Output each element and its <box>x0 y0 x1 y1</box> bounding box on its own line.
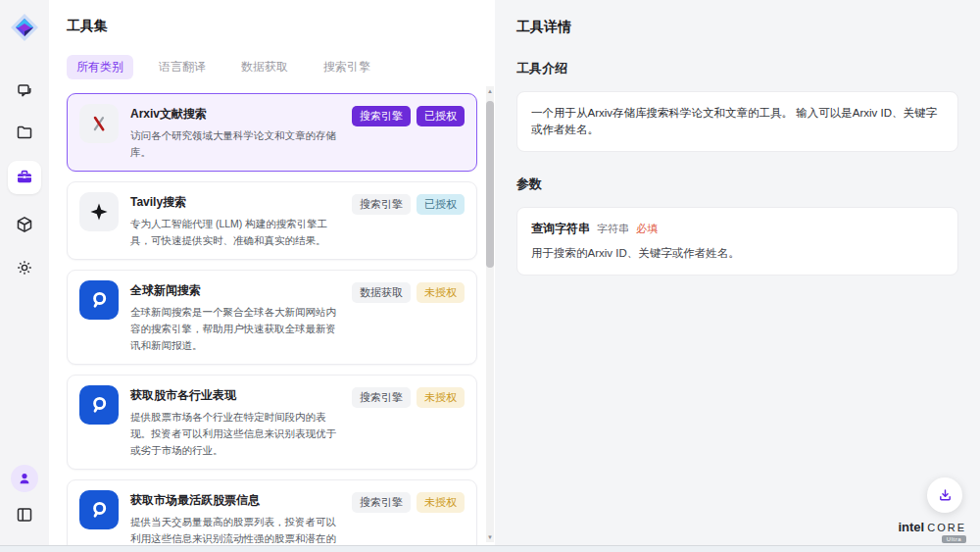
download-icon <box>937 487 954 504</box>
category-tab[interactable]: 所有类别 <box>67 55 133 79</box>
tool-description: 全球新闻搜索是一个聚合全球各大新闻网站内容的搜索引擎，帮助用户快速获取全球最新资… <box>130 304 340 354</box>
tool-name: 全球新闻搜索 <box>130 282 340 299</box>
category-tabs: 所有类别语言翻译数据获取搜索引擎 <box>67 55 495 79</box>
tool-description: 访问各个研究领域大量科学论文和文章的存储库。 <box>130 127 340 161</box>
tool-detail-panel: 工具详情 工具介绍 一个用于从Arxiv存储库搜索科学论文和文章的工具。 输入可… <box>495 0 980 545</box>
cube-icon[interactable] <box>14 214 35 235</box>
tool-card-body: Tavily搜索 专为人工智能代理 (LLM) 构建的搜索引擎工具，可快速提供实… <box>130 192 340 249</box>
tool-card-body: Arxiv文献搜索 访问各个研究领域大量科学论文和文章的存储库。 <box>130 104 340 161</box>
param-name: 查询字符串 <box>531 221 590 237</box>
intro-text: 一个用于从Arxiv存储库搜索科学论文和文章的工具。 输入可以是Arxiv ID… <box>531 107 937 135</box>
category-tab[interactable]: 数据获取 <box>231 55 298 79</box>
settings-icon[interactable] <box>14 257 35 278</box>
tool-category-badge: 数据获取 <box>352 282 411 303</box>
tool-auth-badge: 未授权 <box>416 492 465 513</box>
layout-panel-icon[interactable] <box>14 504 35 526</box>
tool-category-badge: 搜索引擎 <box>352 106 411 126</box>
param-required-badge: 必填 <box>636 221 658 237</box>
tool-badges: 数据获取 未授权 <box>352 282 465 303</box>
param-card: 查询字符串 字符串 必填 用于搜索的Arxiv ID、关键字或作者姓名。 <box>516 207 958 276</box>
tool-category-badge: 搜索引擎 <box>352 387 411 408</box>
tool-badges: 搜索引擎 已授权 <box>352 194 465 215</box>
intel-text: intel <box>898 520 924 534</box>
param-type: 字符串 <box>597 221 629 237</box>
intel-core-logo: intel CORE Ultra <box>898 520 966 543</box>
list-scrollbar[interactable]: ▲ ▼ <box>486 86 494 542</box>
tool-auth-badge: 已授权 <box>416 106 465 126</box>
tool-cards: Arxiv文献搜索 访问各个研究领域大量科学论文和文章的存储库。 搜索引擎 已授… <box>67 93 477 552</box>
toolbox-icon-active[interactable] <box>8 161 41 194</box>
tool-name: 获取市场最活跃股票信息 <box>130 492 340 509</box>
tool-icon <box>79 385 119 425</box>
tool-description: 提供股票市场各个行业在特定时间段内的表现。投资者可以利用这些信息来识别表现优于或… <box>130 409 340 459</box>
tool-card-body: 获取市场最活跃股票信息 提供当天交易量最高的股票列表，投资者可以利用这些信息来识… <box>130 490 340 552</box>
tool-icon <box>79 192 119 231</box>
tool-category-badge: 搜索引擎 <box>352 194 411 215</box>
param-description: 用于搜索的Arxiv ID、关键字或作者姓名。 <box>531 245 944 262</box>
ultra-badge: Ultra <box>942 535 966 543</box>
tool-icon <box>79 104 119 143</box>
scrollbar-thumb[interactable] <box>486 101 494 268</box>
tool-card[interactable]: 获取市场最活跃股票信息 提供当天交易量最高的股票列表，投资者可以利用这些信息来识… <box>67 479 477 552</box>
sidebar-rail <box>0 0 49 545</box>
category-tab[interactable]: 语言翻译 <box>149 55 216 79</box>
tool-category-badge: 搜索引擎 <box>352 492 411 513</box>
tool-badges: 搜索引擎 未授权 <box>352 387 465 408</box>
tool-name: Tavily搜索 <box>130 194 340 211</box>
tool-icon <box>79 490 119 529</box>
param-header: 查询字符串 字符串 必填 <box>531 221 944 237</box>
tool-description: 专为人工智能代理 (LLM) 构建的搜索引擎工具，可快速提供实时、准确和真实的结… <box>130 216 340 249</box>
folder-icon[interactable] <box>14 122 35 143</box>
tool-card[interactable]: 获取股市各行业表现 提供股票市场各个行业在特定时间段内的表现。投资者可以利用这些… <box>67 375 477 470</box>
tool-list-title: 工具集 <box>67 18 495 35</box>
category-tab[interactable]: 搜索引擎 <box>314 55 380 79</box>
tool-auth-badge: 未授权 <box>416 282 465 303</box>
params-heading: 参数 <box>516 176 958 193</box>
tool-card[interactable]: Tavily搜索 专为人工智能代理 (LLM) 构建的搜索引擎工具，可快速提供实… <box>67 181 477 260</box>
user-avatar-icon[interactable] <box>11 465 38 492</box>
app-logo-icon[interactable] <box>9 12 40 43</box>
tool-card-body: 全球新闻搜索 全球新闻搜索是一个聚合全球各大新闻网站内容的搜索引擎，帮助用户快速… <box>130 280 340 354</box>
intro-card: 一个用于从Arxiv存储库搜索科学论文和文章的工具。 输入可以是Arxiv ID… <box>516 91 958 152</box>
window-bottom-edge <box>0 545 980 552</box>
tool-card-body: 获取股市各行业表现 提供股票市场各个行业在特定时间段内的表现。投资者可以利用这些… <box>130 385 340 459</box>
tool-name: Arxiv文献搜索 <box>130 106 340 123</box>
tool-card[interactable]: 全球新闻搜索 全球新闻搜索是一个聚合全球各大新闻网站内容的搜索引擎，帮助用户快速… <box>67 270 477 365</box>
download-button[interactable] <box>927 477 962 513</box>
intro-heading: 工具介绍 <box>516 60 958 77</box>
chat-icon[interactable] <box>14 80 35 102</box>
tool-name: 获取股市各行业表现 <box>130 387 340 404</box>
tool-auth-badge: 未授权 <box>416 387 465 408</box>
tool-badges: 搜索引擎 已授权 <box>352 106 465 126</box>
intel-core-wordmark: intel CORE <box>898 520 966 534</box>
core-text: CORE <box>927 522 966 533</box>
detail-title: 工具详情 <box>516 19 958 36</box>
scrollbar-up-icon[interactable]: ▲ <box>486 86 494 96</box>
tool-card[interactable]: Arxiv文献搜索 访问各个研究领域大量科学论文和文章的存储库。 搜索引擎 已授… <box>67 93 477 172</box>
tool-icon <box>79 280 119 320</box>
tool-badges: 搜索引擎 未授权 <box>352 492 465 513</box>
scrollbar-down-icon[interactable]: ▼ <box>486 532 494 542</box>
tool-list-panel: 工具集 所有类别语言翻译数据获取搜索引擎 Arxiv文献搜索 访问各个研究领域大… <box>49 0 495 545</box>
tool-auth-badge: 已授权 <box>416 194 465 215</box>
